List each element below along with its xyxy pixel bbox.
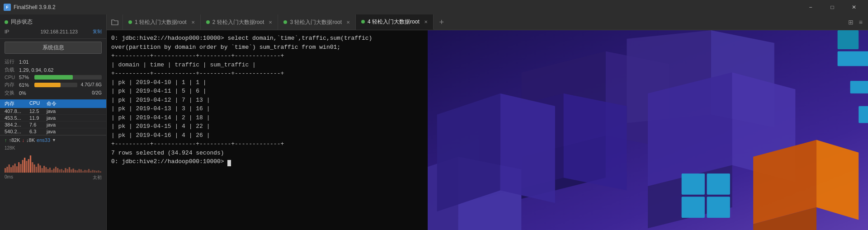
table-row-3: | pk | 2019-04-12 | 7 | 13 | bbox=[111, 96, 423, 105]
cpu-label: CPU bbox=[5, 75, 17, 80]
tab-right-actions: ⊞ ≡ bbox=[846, 14, 868, 30]
tab-close-4[interactable]: ✕ bbox=[424, 19, 428, 24]
minimize-button[interactable]: − bbox=[800, 0, 821, 14]
process-row[interactable]: 407.8... 12.5 java bbox=[0, 108, 106, 115]
copy-ip-button[interactable]: 复制 bbox=[93, 28, 102, 35]
tab-label-2: 2 轻松入门大数据root bbox=[212, 19, 264, 26]
mem-row: 内存 61% 4.7G/7.6G bbox=[5, 81, 102, 88]
upload-speed: ↑82K bbox=[9, 137, 20, 143]
svg-rect-28 bbox=[59, 169, 60, 173]
svg-rect-13 bbox=[30, 155, 31, 173]
table-row-5: | pk | 2019-04-14 | 2 | 18 | bbox=[111, 113, 423, 122]
svg-rect-42 bbox=[86, 170, 88, 173]
grid-view-button[interactable]: ⊞ bbox=[846, 18, 855, 27]
svg-rect-24 bbox=[51, 170, 52, 173]
sysinfo-button[interactable]: 系统信息 bbox=[5, 42, 102, 54]
tab-3[interactable]: 3 轻松入门大数据root ✕ bbox=[278, 14, 356, 30]
mem-percent: 61% bbox=[19, 82, 33, 88]
download-speed: ↓8K bbox=[26, 137, 35, 143]
svg-rect-29 bbox=[61, 169, 62, 173]
proc-mem: 453.5... bbox=[5, 115, 29, 121]
terminal-prompt[interactable]: 0: jdbc:hive2://hadoop000:10000> bbox=[111, 157, 423, 166]
list-view-button[interactable]: ≡ bbox=[857, 18, 864, 27]
system-info-panel: 运行 1:01 负载 1.29, 0.94, 0.62 CPU 57% 内存 6… bbox=[0, 56, 106, 99]
svg-rect-34 bbox=[71, 169, 72, 173]
sync-label: 同步状态 bbox=[11, 18, 33, 26]
proc-cpu: 7.6 bbox=[29, 122, 47, 127]
svg-rect-8 bbox=[20, 164, 21, 173]
process-row[interactable]: 453.5... 11.9 java bbox=[0, 115, 106, 122]
ip-label: IP bbox=[5, 29, 9, 34]
tab-label-4: 4 轻松入门大数据root bbox=[368, 18, 420, 26]
chart-time-left: 0ms bbox=[5, 174, 13, 181]
background-decoration bbox=[428, 30, 868, 230]
close-button[interactable]: ✕ bbox=[844, 0, 864, 14]
ip-row: IP 192.168.211.123 复制 bbox=[5, 28, 102, 35]
chart-time-right: 太初 bbox=[93, 174, 102, 181]
main-layout: 同步状态 IP 192.168.211.123 复制 系统信息 运行 1:01 … bbox=[0, 14, 868, 230]
load-value: 1.29, 0.94, 0.62 bbox=[19, 67, 53, 73]
svg-rect-14 bbox=[32, 162, 33, 173]
tab-dot-4 bbox=[361, 20, 365, 23]
proc-cpu: 11.9 bbox=[29, 115, 47, 121]
svg-rect-2 bbox=[9, 164, 10, 173]
tab-1[interactable]: 1 轻松入门大数据root ✕ bbox=[123, 14, 201, 30]
tab-2[interactable]: 2 轻松入门大数据root ✕ bbox=[201, 14, 278, 30]
svg-rect-10 bbox=[24, 158, 25, 173]
tab-4[interactable]: 4 轻松入门大数据root ✕ bbox=[356, 14, 434, 30]
table-row-2: | pk | 2019-04-11 | 5 | 6 | bbox=[111, 87, 423, 96]
svg-rect-69 bbox=[707, 174, 730, 195]
mem-progress-fill bbox=[34, 83, 61, 87]
network-interface: ens33 bbox=[37, 137, 50, 143]
load-label: 负载 bbox=[5, 66, 17, 73]
svg-rect-31 bbox=[65, 168, 66, 173]
svg-rect-18 bbox=[39, 165, 41, 173]
process-row[interactable]: 384.2... 7.6 java bbox=[0, 122, 106, 128]
tab-close-2[interactable]: ✕ bbox=[269, 20, 272, 25]
chevron-down-icon[interactable]: ▼ bbox=[52, 138, 56, 142]
svg-marker-62 bbox=[816, 140, 859, 220]
svg-rect-70 bbox=[682, 197, 705, 218]
svg-marker-67 bbox=[500, 94, 555, 203]
svg-rect-25 bbox=[53, 169, 55, 173]
new-tab-button[interactable]: + bbox=[434, 14, 450, 30]
proc-cpu: 6.3 bbox=[29, 129, 47, 134]
folder-button[interactable] bbox=[107, 14, 123, 30]
svg-rect-27 bbox=[57, 168, 58, 173]
tabbar: 1 轻松入门大数据root ✕ 2 轻松入门大数据root ✕ 3 轻松入门大数… bbox=[107, 14, 868, 30]
mem-detail: 4.7G/7.6G bbox=[81, 82, 102, 87]
maximize-button[interactable]: □ bbox=[822, 0, 843, 14]
svg-rect-7 bbox=[18, 162, 19, 173]
proc-mem: 407.8... bbox=[5, 108, 29, 114]
table-row-4: | pk | 2019-04-13 | 3 | 16 | bbox=[111, 104, 423, 113]
runtime-row: 运行 1:01 bbox=[5, 58, 102, 65]
tab-dot-1 bbox=[128, 20, 132, 24]
background-svg bbox=[428, 30, 868, 230]
svg-rect-20 bbox=[43, 166, 45, 173]
process-row[interactable]: 540.2... 6.3 java bbox=[0, 128, 106, 135]
table-separator-2: +----------+------------+---------+-----… bbox=[111, 69, 423, 78]
terminal-panel[interactable]: 0: jdbc:hive2://hadoop000:10000> select … bbox=[107, 30, 428, 230]
upload-icon: ↑ bbox=[5, 137, 7, 143]
svg-rect-72 bbox=[838, 52, 868, 66]
cpu-progress-bg bbox=[34, 75, 102, 80]
cpu-progress-fill bbox=[34, 75, 73, 80]
svg-rect-74 bbox=[850, 81, 868, 94]
tab-close-1[interactable]: ✕ bbox=[191, 20, 195, 25]
result-text: 7 rows selected (34.924 seconds) bbox=[111, 149, 423, 158]
tab-close-3[interactable]: ✕ bbox=[346, 20, 350, 25]
svg-rect-45 bbox=[92, 170, 94, 173]
svg-rect-39 bbox=[80, 169, 82, 173]
svg-rect-11 bbox=[26, 161, 27, 173]
svg-rect-46 bbox=[94, 170, 95, 173]
svg-rect-71 bbox=[707, 197, 730, 218]
svg-rect-43 bbox=[88, 169, 90, 173]
network-chart-area: 128K bbox=[0, 145, 106, 230]
tab-label-1: 1 轻松入门大数据root bbox=[135, 19, 187, 26]
svg-rect-37 bbox=[76, 170, 78, 173]
proc-col-cmd-header: 命令 bbox=[47, 100, 102, 107]
svg-rect-41 bbox=[84, 170, 85, 173]
folder-icon bbox=[111, 19, 118, 25]
app-title: FinalShell 3.9.8.2 bbox=[14, 4, 56, 10]
cpu-percent: 57% bbox=[19, 75, 33, 80]
